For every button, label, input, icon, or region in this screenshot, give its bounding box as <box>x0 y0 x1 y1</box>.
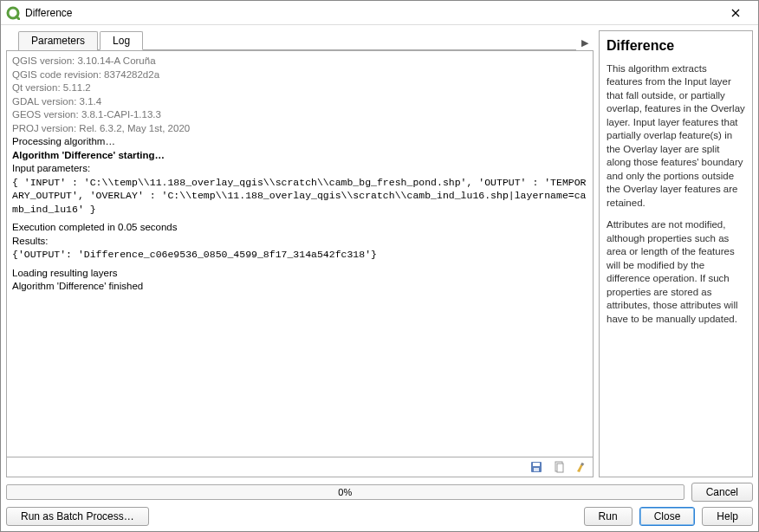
svg-rect-8 <box>557 464 563 472</box>
progress-text: 0% <box>338 487 352 497</box>
log-results-label: Results: <box>12 235 587 249</box>
help-paragraph-1: This algorithm extracts features from th… <box>607 62 745 211</box>
svg-rect-5 <box>533 463 540 466</box>
progress-bar: 0% <box>6 484 684 500</box>
tabs-row: Parameters Log ▶ <box>6 30 594 50</box>
log-input-params: { 'INPUT' : 'C:\\temp\\11.188_overlay_qg… <box>12 176 587 217</box>
app-icon <box>6 6 20 20</box>
copy-log-icon[interactable] <box>551 459 567 475</box>
log-qt-version: Qt version: 5.11.2 <box>12 81 587 95</box>
help-title: Difference <box>607 36 745 55</box>
bottom-button-row: Run as Batch Process… Run Close Help <box>6 507 753 526</box>
log-finished: Algorithm 'Difference' finished <box>12 280 587 294</box>
run-batch-button[interactable]: Run as Batch Process… <box>6 507 149 526</box>
tab-parameters[interactable]: Parameters <box>18 31 98 50</box>
help-button[interactable]: Help <box>702 507 753 526</box>
clear-log-icon[interactable] <box>574 459 589 475</box>
svg-rect-6 <box>534 468 539 471</box>
help-paragraph-2: Attributes are not modified, although pr… <box>607 218 745 326</box>
tab-log[interactable]: Log <box>100 31 143 50</box>
svg-line-1 <box>16 16 19 19</box>
titlebar: Difference <box>1 1 758 25</box>
main-row: Parameters Log ▶ QGIS version: 3.10.14-A… <box>6 30 753 477</box>
save-log-icon[interactable] <box>529 459 544 475</box>
progress-row: 0% Cancel <box>6 483 753 502</box>
log-input-label: Input parameters: <box>12 162 587 176</box>
dialog-window: Difference Parameters Log ▶ QGIS version… <box>0 0 759 532</box>
run-button[interactable]: Run <box>584 507 632 526</box>
log-starting: Algorithm 'Difference' starting… <box>12 149 587 163</box>
log-results-line: {'OUTPUT': 'Difference_c06e9536_0850_459… <box>12 248 587 262</box>
log-loading: Loading resulting layers <box>12 267 587 281</box>
log-output[interactable]: QGIS version: 3.10.14-A Coruña QGIS code… <box>6 50 594 457</box>
log-exec-done: Execution completed in 0.05 seconds <box>12 221 587 235</box>
log-geos-version: GEOS version: 3.8.1-CAPI-1.13.3 <box>12 108 587 122</box>
log-processing: Processing algorithm… <box>12 135 587 149</box>
close-window-button[interactable] <box>718 1 753 25</box>
close-button[interactable]: Close <box>639 507 696 526</box>
cancel-button[interactable]: Cancel <box>691 483 753 502</box>
log-qgis-version: QGIS version: 3.10.14-A Coruña <box>12 55 587 68</box>
window-title: Difference <box>25 7 718 19</box>
log-gdal-version: GDAL version: 3.1.4 <box>12 95 587 109</box>
log-proj-version: PROJ version: Rel. 6.3.2, May 1st, 2020 <box>12 122 587 136</box>
left-panel: Parameters Log ▶ QGIS version: 3.10.14-A… <box>6 30 594 477</box>
dialog-body: Parameters Log ▶ QGIS version: 3.10.14-A… <box>1 25 758 531</box>
tabs-scroll-right-icon[interactable]: ▶ <box>576 37 594 50</box>
log-toolbar <box>6 457 594 477</box>
log-qgis-revision: QGIS code revision: 8374282d2a <box>12 68 587 82</box>
tabs: Parameters Log <box>18 30 576 50</box>
help-panel: Difference This algorithm extracts featu… <box>599 30 753 477</box>
